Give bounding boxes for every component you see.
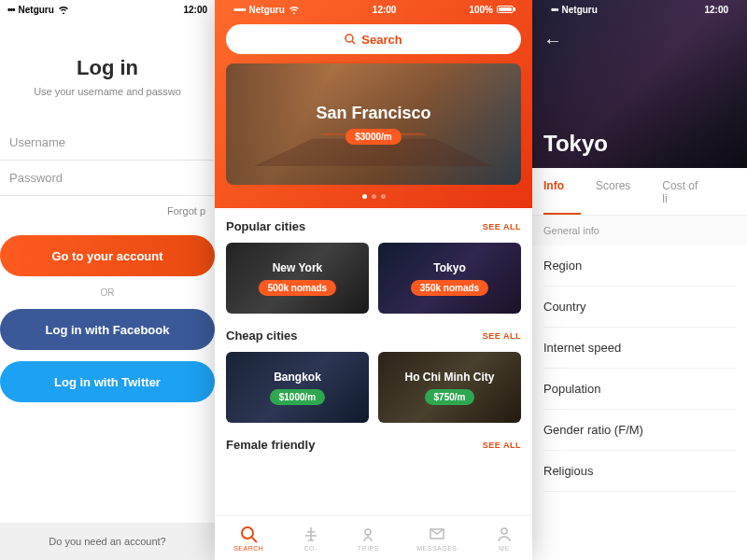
info-row[interactable]: Religious	[543, 451, 736, 492]
city-badge: $750/m	[425, 389, 475, 405]
carrier-label: Netguru	[19, 5, 54, 15]
twitter-login-button[interactable]: Log in with Twitter	[0, 361, 215, 402]
page-dot[interactable]	[362, 194, 367, 199]
battery-percent: 100%	[469, 5, 493, 15]
login-screen: ••• Netguru 12:00 Log in Use your userna…	[0, 0, 215, 560]
city-name: Tokyo	[433, 261, 465, 274]
city-badge: 500k nomads	[259, 280, 336, 296]
tab-label: MESSAGES	[416, 545, 457, 552]
city-badge: $1000/m	[270, 389, 325, 405]
info-row[interactable]: Population	[543, 369, 736, 410]
login-subtitle: Use your username and passwo	[0, 86, 215, 97]
status-bar: ••• Netguru 12:00	[543, 0, 736, 19]
login-title: Log in	[0, 56, 215, 80]
svg-point-0	[345, 35, 353, 42]
signal-dots-icon: •••••	[233, 5, 246, 15]
forgot-password-link[interactable]: Forgot p	[0, 196, 215, 235]
see-all-link[interactable]: SEE ALL	[483, 331, 521, 341]
detail-tabs: InfoScoresCost of li	[532, 168, 747, 216]
svg-line-1	[352, 41, 355, 44]
signup-prompt[interactable]: Do you need an account?	[0, 523, 215, 560]
city-name: New York	[273, 261, 323, 274]
city-name: Ho Chi Minh City	[405, 371, 495, 384]
page-dot[interactable]	[381, 194, 386, 199]
search-label: Search	[361, 33, 402, 47]
hero-price-badge: $3000/m	[345, 129, 401, 145]
detail-tab[interactable]: Scores	[596, 168, 647, 215]
svg-point-4	[365, 529, 371, 535]
city-hero: ••• Netguru 12:00 ← Tokyo	[532, 0, 747, 168]
tab-cowork[interactable]: CO-	[302, 525, 320, 552]
signal-dots-icon: •••	[7, 5, 15, 15]
password-field[interactable]: Password	[0, 161, 215, 196]
city-title: Tokyo	[543, 131, 608, 157]
carousel-dots	[226, 194, 521, 199]
status-bar: ••••• Netguru 12:00 100%	[226, 0, 521, 19]
city-name: Bangkok	[274, 371, 321, 384]
info-row[interactable]: Gender ratio (F/M)	[543, 410, 736, 451]
tab-messages[interactable]: MESSAGES	[416, 525, 457, 552]
carrier-label: Netguru	[562, 5, 598, 15]
tab-search[interactable]: SEARCH	[233, 525, 263, 552]
section-title: Popular cities	[226, 219, 305, 233]
tab-label: CO-	[303, 545, 317, 552]
facebook-login-button[interactable]: Log in with Facebook	[0, 309, 215, 350]
city-badge: 350k nomads	[411, 280, 488, 296]
see-all-link[interactable]: SEE ALL	[483, 441, 521, 450]
search-bar[interactable]: Search	[226, 24, 521, 54]
hero-city-card[interactable]: San Francisco $3000/m	[226, 63, 521, 185]
section-title: Cheap cities	[226, 329, 298, 343]
detail-tab[interactable]: Cost of li	[662, 168, 721, 215]
search-icon	[345, 34, 356, 45]
info-list: RegionCountryInternet speedPopulationGen…	[532, 245, 747, 492]
city-detail-screen: ••• Netguru 12:00 ← Tokyo InfoScoresCost…	[532, 0, 747, 560]
tab-label: ME	[499, 545, 510, 552]
carrier-label: Netguru	[249, 5, 285, 15]
status-bar: ••• Netguru 12:00	[0, 0, 215, 19]
discover-screen: ••••• Netguru 12:00 100% Search San Fran…	[215, 0, 532, 560]
svg-point-2	[242, 527, 253, 539]
go-to-account-button[interactable]: Go to your account	[0, 235, 215, 276]
wifi-icon	[58, 5, 69, 14]
or-divider: OR	[0, 287, 215, 298]
messages-icon	[428, 525, 446, 543]
see-all-link[interactable]: SEE ALL	[483, 222, 521, 231]
tab-bar: SEARCHCO-TRIPSMESSAGESME	[215, 515, 532, 560]
section-subhead: General info	[532, 216, 747, 245]
info-row[interactable]: Internet speed	[543, 328, 736, 369]
me-icon	[495, 525, 514, 543]
status-time: 12:00	[183, 5, 207, 15]
tab-label: TRIPS	[358, 545, 379, 552]
info-row[interactable]: Region	[543, 245, 736, 287]
status-time: 12:00	[373, 5, 397, 15]
cowork-icon	[302, 525, 320, 543]
search-icon	[239, 525, 258, 543]
section-title: Female friendly	[226, 438, 315, 452]
back-button[interactable]: ←	[543, 30, 562, 51]
page-dot[interactable]	[372, 194, 376, 199]
hero-city-name: San Francisco	[316, 104, 430, 123]
info-row[interactable]: Country	[543, 287, 736, 328]
city-card[interactable]: Ho Chi Minh City$750/m	[378, 352, 521, 423]
svg-point-6	[501, 528, 507, 534]
tab-label: SEARCH	[233, 545, 263, 552]
tab-me[interactable]: ME	[495, 525, 514, 552]
signal-dots-icon: •••	[551, 5, 558, 15]
city-card[interactable]: Tokyo350k nomads	[378, 243, 521, 314]
city-card[interactable]: Bangkok$1000/m	[226, 352, 369, 423]
status-time: 12:00	[704, 5, 728, 15]
city-card[interactable]: New York500k nomads	[226, 243, 369, 314]
wifi-icon	[289, 5, 300, 14]
trips-icon	[359, 525, 377, 543]
battery-icon	[497, 6, 514, 13]
svg-line-3	[252, 538, 257, 542]
detail-tab[interactable]: Info	[543, 168, 581, 215]
tab-trips[interactable]: TRIPS	[358, 525, 379, 552]
username-field[interactable]: Username	[0, 125, 215, 161]
